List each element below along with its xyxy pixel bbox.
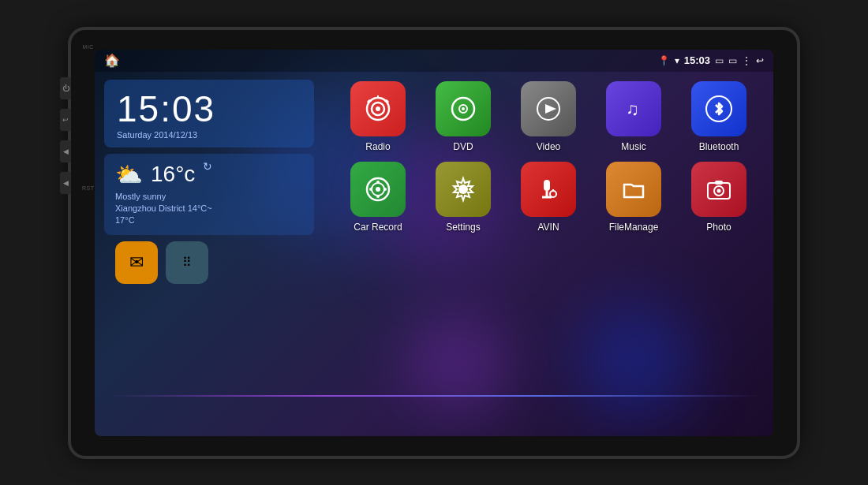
side-buttons: ⏻ ↩ ◀ ◀ (60, 77, 71, 194)
app-bluetooth[interactable]: Bluetooth (679, 81, 758, 152)
video-label: Video (537, 141, 560, 152)
app-photo[interactable]: Photo (679, 162, 758, 233)
weather-location: Xiangzhou District 14°C~ (115, 203, 212, 213)
app-music[interactable]: ♫ Music (594, 81, 673, 152)
clock-date: Saturday 2014/12/13 (117, 130, 301, 140)
mic-label: MIC (83, 44, 94, 50)
app-video[interactable]: Video (509, 81, 588, 152)
weather-icon: ⛅ (115, 162, 143, 188)
dvd-icon-bg (436, 81, 491, 136)
music-icon-bg: ♫ (606, 81, 661, 136)
app-dvd[interactable]: DVD (424, 81, 503, 152)
svg-point-2 (376, 106, 380, 111)
home-icon[interactable]: 🏠 (104, 53, 120, 68)
bluetooth-icon-bg (691, 81, 746, 136)
back-button[interactable]: ↩ (60, 109, 71, 131)
weather-range: 17°C (115, 215, 135, 225)
app-settings[interactable]: Settings (424, 162, 503, 233)
video-svg (534, 95, 563, 123)
radio-label: Radio (365, 141, 390, 152)
bluetooth-svg (705, 95, 733, 123)
photo-svg (705, 175, 733, 203)
app-radio[interactable]: Radio (339, 81, 417, 152)
photo-icon-bg (691, 162, 746, 217)
svg-text:♫: ♫ (626, 99, 639, 119)
apps-grid-icon: ⠿ (182, 255, 192, 270)
svg-rect-19 (544, 180, 550, 191)
clock-widget: 15:03 Saturday 2014/12/13 (104, 80, 314, 147)
car-head-unit: ⏻ ↩ ◀ ◀ MIC RST 🏠 📍 ▾ 15:0 (71, 30, 797, 456)
radio-icon-bg (350, 81, 406, 136)
carrecord-icon-bg (350, 162, 406, 217)
refresh-icon[interactable]: ↻ (203, 160, 212, 173)
filemanage-label: FileManage (609, 222, 659, 233)
wifi-icon: ▾ (675, 55, 679, 66)
weather-main: ⛅ 16°c ↻ (115, 162, 303, 188)
photo-label: Photo (706, 222, 731, 233)
carrecord-label: Car Record (354, 222, 402, 233)
settings-icon-bg (436, 162, 491, 217)
screen: 🏠 📍 ▾ 15:03 ▭ ▭ ⋮ ↩ 15:03 Saturday 2014/… (95, 50, 773, 436)
svg-point-14 (376, 195, 380, 198)
settings-label: Settings (446, 222, 480, 233)
filemanage-svg (619, 175, 648, 203)
dvd-label: DVD (453, 141, 473, 152)
app-grid: Radio DVD (324, 72, 773, 395)
menu-icon[interactable]: ⋮ (742, 55, 751, 66)
settings-svg (449, 175, 477, 203)
svg-point-17 (376, 187, 380, 192)
music-label: Music (621, 141, 645, 152)
widget-area: 15:03 Saturday 2014/12/13 ⛅ 16°c ↻ Mostl… (95, 72, 324, 395)
radio-svg (364, 95, 392, 123)
apps-grid-button[interactable]: ⠿ (166, 241, 208, 284)
device-labels: MIC RST (82, 30, 95, 456)
bottom-dock (95, 397, 773, 436)
svg-point-18 (458, 185, 468, 194)
svg-point-15 (369, 188, 372, 191)
bluetooth-label: Bluetooth (699, 141, 739, 152)
status-bar-right: 📍 ▾ 15:03 ▭ ▭ ⋮ ↩ (658, 54, 764, 66)
app-carrecord[interactable]: Car Record (339, 162, 417, 233)
weather-temp: 16°c (151, 162, 195, 187)
svg-rect-26 (715, 181, 723, 185)
power-button[interactable]: ⏻ (60, 77, 71, 99)
battery-icon: ▭ (715, 55, 724, 66)
svg-point-22 (550, 191, 556, 197)
svg-point-6 (462, 107, 465, 110)
weather-widget: ⛅ 16°c ↻ Mostly sunny Xiangzhou District… (104, 154, 314, 235)
app-avin[interactable]: AVIN (509, 162, 588, 233)
volume-down-button[interactable]: ◀ (60, 172, 71, 194)
svg-marker-8 (545, 104, 556, 114)
location-icon: 📍 (658, 55, 670, 66)
app-row-2: Car Record Settings (336, 162, 761, 233)
dvd-svg (449, 95, 477, 123)
music-svg: ♫ (619, 95, 648, 123)
nav-back-icon[interactable]: ↩ (756, 55, 764, 66)
avin-label: AVIN (537, 222, 559, 233)
weather-condition: Mostly sunny (115, 192, 166, 201)
video-icon-bg (521, 81, 576, 136)
clock-time: 15:03 (117, 91, 301, 127)
volume-up-button[interactable]: ◀ (60, 140, 71, 162)
svg-point-27 (717, 188, 721, 192)
messages-app[interactable]: ✉ (115, 241, 158, 284)
avin-svg (534, 175, 563, 203)
main-content: 15:03 Saturday 2014/12/13 ⛅ 16°c ↻ Mostl… (95, 72, 773, 395)
bottom-app-bar: ✉ ⠿ (104, 235, 314, 290)
avin-icon-bg (521, 162, 576, 217)
svg-point-16 (383, 188, 387, 191)
svg-point-13 (376, 181, 380, 184)
rst-label: RST (82, 185, 95, 191)
app-row-1: Radio DVD (336, 81, 761, 152)
messages-icon: ✉ (129, 252, 144, 273)
weather-description: Mostly sunny Xiangzhou District 14°C~ 17… (115, 191, 303, 227)
status-time: 15:03 (684, 54, 710, 66)
carrecord-svg (364, 175, 392, 203)
status-bar-left: 🏠 (104, 53, 120, 68)
app-filemanage[interactable]: FileManage (594, 162, 673, 233)
filemanage-icon-bg (606, 162, 661, 217)
status-bar: 🏠 📍 ▾ 15:03 ▭ ▭ ⋮ ↩ (95, 50, 773, 72)
phone-icon: ▭ (728, 55, 737, 66)
